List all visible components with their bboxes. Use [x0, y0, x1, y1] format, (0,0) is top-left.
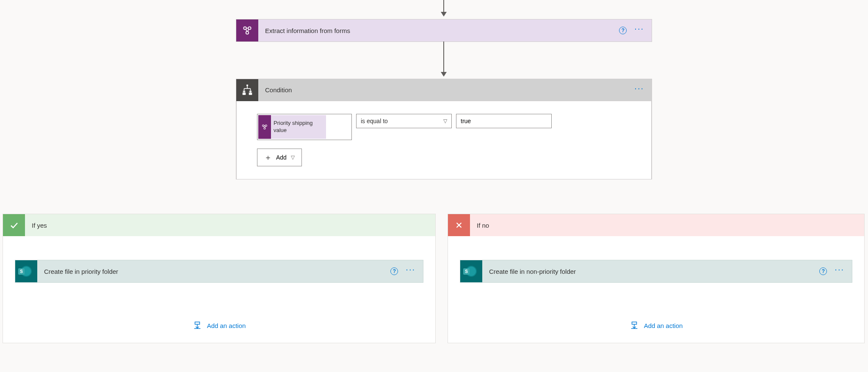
add-action-button[interactable]: Add an action — [193, 321, 246, 330]
help-icon[interactable]: ? — [819, 267, 827, 275]
step-create-file-priority[interactable]: S Create file in priority folder ? ··· — [15, 260, 423, 283]
branch-if-yes: If yes S Create file in priority folder … — [3, 214, 436, 343]
step-actions: ··· — [634, 86, 652, 94]
flow-canvas: Extract information from forms ? ··· — [0, 0, 868, 372]
step-actions: ? ··· — [819, 267, 852, 276]
svg-rect-24 — [632, 322, 636, 325]
condition-operator-select[interactable]: is equal to ▽ — [356, 114, 452, 128]
svg-line-4 — [248, 29, 249, 31]
svg-rect-12 — [249, 92, 252, 95]
condition-value-input[interactable] — [456, 114, 552, 128]
branch-body: S Create file in priority folder ? ··· A… — [3, 236, 435, 343]
step-condition[interactable]: Condition ··· Priority shipping value — [236, 79, 652, 179]
step-extract-information[interactable]: Extract information from forms ? ··· — [236, 19, 652, 42]
sharepoint-icon: S — [460, 260, 482, 282]
help-icon[interactable]: ? — [390, 267, 398, 275]
add-label: Add — [276, 154, 287, 161]
ai-builder-icon — [236, 19, 258, 41]
add-condition-button[interactable]: ＋ Add ▽ — [257, 149, 302, 166]
more-icon[interactable]: ··· — [835, 265, 844, 273]
add-step-icon — [630, 321, 639, 330]
step-actions: ? ··· — [390, 267, 423, 276]
step-title: Extract information from forms — [258, 27, 619, 34]
branch-header[interactable]: If no — [448, 214, 864, 236]
token-label: Priority shipping value — [271, 115, 326, 139]
branch-body: S Create file in non-priority folder ? ·… — [448, 236, 864, 343]
connector-line — [443, 0, 444, 12]
add-action-button[interactable]: Add an action — [630, 321, 683, 330]
condition-row: Priority shipping value is equal to ▽ — [257, 114, 631, 140]
condition-icon — [236, 79, 258, 101]
close-icon — [448, 214, 470, 236]
step-title: Create file in priority folder — [37, 268, 390, 275]
ai-builder-icon — [258, 115, 271, 139]
branch-label: If no — [470, 222, 489, 229]
connector-arrow — [441, 12, 447, 17]
add-action-label: Add an action — [644, 322, 683, 329]
dynamic-content-token[interactable]: Priority shipping value — [258, 115, 326, 139]
step-title: Condition — [258, 86, 634, 94]
plus-icon: ＋ — [264, 154, 272, 161]
connector-line — [443, 41, 444, 72]
operator-value: is equal to — [361, 118, 388, 124]
add-action-label: Add an action — [207, 322, 246, 329]
branch-label: If yes — [25, 222, 47, 229]
help-icon[interactable]: ? — [619, 27, 627, 34]
svg-line-17 — [265, 126, 265, 127]
more-icon[interactable]: ··· — [634, 24, 644, 33]
more-icon[interactable]: ··· — [634, 84, 644, 92]
svg-point-15 — [264, 127, 265, 129]
chevron-down-icon: ▽ — [291, 154, 295, 160]
svg-rect-19 — [195, 322, 199, 325]
svg-rect-6 — [246, 84, 248, 86]
svg-point-2 — [246, 31, 249, 34]
connector-arrow — [441, 72, 447, 77]
branch-header[interactable]: If yes — [3, 214, 435, 236]
svg-rect-11 — [243, 92, 246, 95]
step-create-file-nonpriority[interactable]: S Create file in non-priority folder ? ·… — [460, 260, 852, 283]
add-step-icon — [193, 321, 202, 330]
svg-line-16 — [264, 126, 264, 127]
condition-left-operand[interactable]: Priority shipping value — [257, 114, 352, 140]
chevron-down-icon: ▽ — [443, 118, 447, 124]
step-title: Create file in non-priority folder — [482, 268, 819, 275]
svg-line-3 — [246, 29, 247, 31]
branch-if-no: If no S Create file in non-priority fold… — [448, 214, 865, 343]
sharepoint-icon: S — [15, 260, 37, 282]
condition-body: Priority shipping value is equal to ▽ ＋ … — [236, 101, 652, 179]
check-icon — [3, 214, 25, 236]
step-header[interactable]: Extract information from forms ? ··· — [236, 19, 652, 41]
more-icon[interactable]: ··· — [406, 265, 415, 273]
step-header[interactable]: Condition ··· — [236, 79, 652, 101]
step-actions: ? ··· — [619, 26, 652, 35]
